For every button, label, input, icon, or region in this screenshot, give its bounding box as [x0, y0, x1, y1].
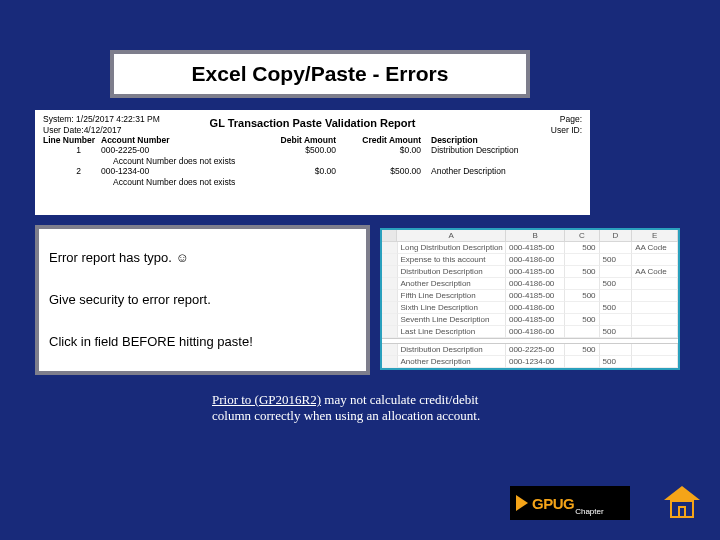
- col-account: Account Number: [101, 135, 251, 145]
- userid-label: User ID:: [551, 125, 582, 136]
- report-columns: Line Number Account Number Debit Amount …: [43, 135, 582, 145]
- excel-row: Another Description000-1234-00500: [382, 356, 678, 368]
- validation-report: System: 1/25/2017 4:22:31 PM User Date:4…: [35, 110, 590, 215]
- triangle-icon: [516, 495, 528, 511]
- userdate-value: 4/12/2017: [84, 125, 122, 135]
- col-debit: Debit Amount: [251, 135, 336, 145]
- col-credit: Credit Amount: [336, 135, 421, 145]
- excel-row: Distribution Description000-4185-00500AA…: [382, 266, 678, 278]
- excel-row: Expense to this account000-4186-00500: [382, 254, 678, 266]
- system-label: System:: [43, 114, 74, 124]
- excel-snippet: A B C D E Long Distribution Description0…: [380, 228, 680, 370]
- page-label: Page:: [551, 114, 582, 125]
- excel-row: Last Line Description000-4186-00500: [382, 326, 678, 338]
- gpug-logo: GPUG Chapter: [510, 486, 630, 520]
- home-icon[interactable]: [664, 486, 700, 522]
- table-row: 2 000-1234-00 $0.00 $500.00 Another Desc…: [43, 166, 582, 177]
- excel-row: Long Distribution Description000-4185-00…: [382, 242, 678, 254]
- tip-typo: Error report has typo. ☺: [49, 250, 356, 266]
- system-value: 1/25/2017 4:22:31 PM: [76, 114, 160, 124]
- tip-paste: Click in field BEFORE hitting paste!: [49, 334, 356, 350]
- excel-row: Distribution Description000-2225-00500: [382, 344, 678, 356]
- logo-brand: GPUG: [532, 495, 574, 512]
- version-note: Prior to (GP2016R2) may not calculate cr…: [212, 392, 512, 425]
- tip-security: Give security to error report.: [49, 292, 356, 308]
- col-line: Line Number: [43, 135, 101, 145]
- excel-row: Sixth Line Description000-4186-00500: [382, 302, 678, 314]
- tips-box: Error report has typo. ☺ Give security t…: [35, 225, 370, 375]
- excel-row: Another Description000-4186-00500: [382, 278, 678, 290]
- slide-title-box: Excel Copy/Paste - Errors: [110, 50, 530, 98]
- note-underlined: Prior to (GP2016R2): [212, 392, 321, 407]
- smiley-icon: ☺: [175, 250, 188, 265]
- row-error: Account Number does not exists: [43, 156, 582, 166]
- row-error: Account Number does not exists: [43, 177, 582, 187]
- excel-row: Fifth Line Description000-4185-00500: [382, 290, 678, 302]
- col-desc: Description: [421, 135, 582, 145]
- userdate-label: User Date:: [43, 125, 84, 135]
- table-row: 1 000-2225-00 $500.00 $0.00 Distribution…: [43, 145, 582, 156]
- logo-sub: Chapter: [575, 507, 603, 516]
- excel-row: Seventh Line Description000-4185-00500: [382, 314, 678, 326]
- slide-title: Excel Copy/Paste - Errors: [192, 62, 449, 86]
- excel-header-row: A B C D E: [382, 230, 678, 242]
